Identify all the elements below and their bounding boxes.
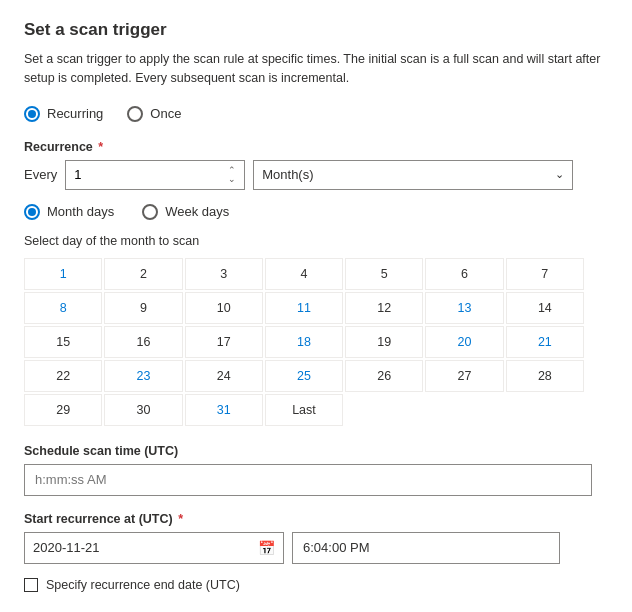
day-type-group: Month days Week days: [24, 204, 608, 220]
day-cell-30[interactable]: 30: [104, 394, 182, 426]
day-cell-13[interactable]: 13: [425, 292, 503, 324]
recurrence-section-label: Recurrence *: [24, 140, 608, 154]
day-cell-31[interactable]: 31: [185, 394, 263, 426]
day-cell-12[interactable]: 12: [345, 292, 423, 324]
day-cell-6[interactable]: 6: [425, 258, 503, 290]
every-value-input[interactable]: [74, 167, 228, 182]
day-cell-32[interactable]: Last: [265, 394, 343, 426]
start-time-input[interactable]: [292, 532, 560, 564]
every-label: Every: [24, 167, 57, 182]
day-cell-5[interactable]: 5: [345, 258, 423, 290]
day-cell-21[interactable]: 21: [506, 326, 584, 358]
day-cell-26[interactable]: 26: [345, 360, 423, 392]
end-date-label: Specify recurrence end date (UTC): [46, 578, 240, 592]
start-recurrence-section: Start recurrence at (UTC) * 📅: [24, 512, 608, 564]
month-days-radio-circle[interactable]: [24, 204, 40, 220]
period-dropdown[interactable]: Month(s) ⌄: [253, 160, 573, 190]
day-cell-2[interactable]: 2: [104, 258, 182, 290]
start-recurrence-label: Start recurrence at (UTC) *: [24, 512, 608, 526]
recurring-radio[interactable]: Recurring: [24, 106, 103, 122]
day-cell-14[interactable]: 14: [506, 292, 584, 324]
page-title: Set a scan trigger: [24, 20, 608, 40]
select-day-label: Select day of the month to scan: [24, 234, 608, 248]
period-selected-value: Month(s): [262, 167, 313, 182]
day-cell-9[interactable]: 9: [104, 292, 182, 324]
once-label: Once: [150, 106, 181, 121]
day-cell-20[interactable]: 20: [425, 326, 503, 358]
day-cell-8[interactable]: 8: [24, 292, 102, 324]
day-cell-10[interactable]: 10: [185, 292, 263, 324]
day-cell-7[interactable]: 7: [506, 258, 584, 290]
day-cell-27[interactable]: 27: [425, 360, 503, 392]
week-days-label: Week days: [165, 204, 229, 219]
dropdown-arrow-icon: ⌄: [555, 168, 564, 181]
day-cell-16[interactable]: 16: [104, 326, 182, 358]
start-date-input-wrap: 📅: [24, 532, 284, 564]
trigger-type-group: Recurring Once: [24, 106, 608, 122]
once-radio-circle[interactable]: [127, 106, 143, 122]
month-days-label: Month days: [47, 204, 114, 219]
day-cell-25[interactable]: 25: [265, 360, 343, 392]
spinner-arrows[interactable]: ⌃ ⌄: [228, 166, 236, 184]
start-date-input[interactable]: [33, 540, 258, 555]
schedule-time-label: Schedule scan time (UTC): [24, 444, 608, 458]
day-cell-19[interactable]: 19: [345, 326, 423, 358]
schedule-time-section: Schedule scan time (UTC): [24, 444, 608, 496]
week-days-radio-circle[interactable]: [142, 204, 158, 220]
calendar-icon[interactable]: 📅: [258, 540, 275, 556]
recurring-radio-circle[interactable]: [24, 106, 40, 122]
once-radio[interactable]: Once: [127, 106, 181, 122]
required-star: *: [95, 140, 103, 154]
description-text: Set a scan trigger to apply the scan rul…: [24, 50, 608, 88]
day-cell-3[interactable]: 3: [185, 258, 263, 290]
schedule-time-input[interactable]: [24, 464, 592, 496]
recurrence-row: Every ⌃ ⌄ Month(s) ⌄: [24, 160, 608, 190]
day-cell-24[interactable]: 24: [185, 360, 263, 392]
calendar-grid: 1234567891011121314151617181920212223242…: [24, 258, 584, 426]
end-date-checkbox[interactable]: [24, 578, 38, 592]
day-cell-28[interactable]: 28: [506, 360, 584, 392]
end-date-row: Specify recurrence end date (UTC): [24, 578, 608, 592]
day-cell-1[interactable]: 1: [24, 258, 102, 290]
month-days-radio[interactable]: Month days: [24, 204, 114, 220]
every-number-input: ⌃ ⌄: [65, 160, 245, 190]
week-days-radio[interactable]: Week days: [142, 204, 229, 220]
day-cell-15[interactable]: 15: [24, 326, 102, 358]
recurring-label: Recurring: [47, 106, 103, 121]
day-cell-22[interactable]: 22: [24, 360, 102, 392]
day-cell-23[interactable]: 23: [104, 360, 182, 392]
day-cell-17[interactable]: 17: [185, 326, 263, 358]
day-cell-29[interactable]: 29: [24, 394, 102, 426]
day-cell-18[interactable]: 18: [265, 326, 343, 358]
day-cell-11[interactable]: 11: [265, 292, 343, 324]
day-cell-4[interactable]: 4: [265, 258, 343, 290]
